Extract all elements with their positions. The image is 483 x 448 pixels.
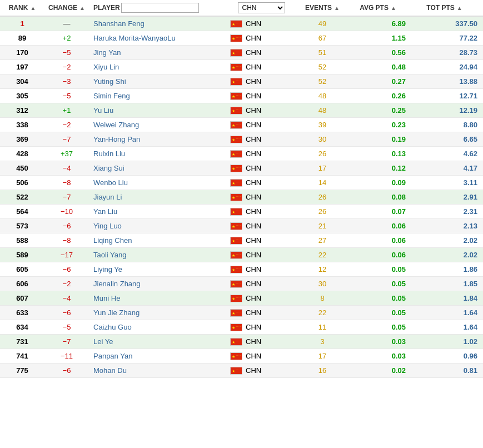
player-link[interactable]: Caizhu Guo: [93, 323, 132, 331]
player-link[interactable]: Yan-Hong Pan: [93, 135, 140, 143]
change-cell: −2: [44, 121, 89, 129]
country-cell: CHN: [228, 236, 295, 245]
events-cell: 30: [295, 135, 350, 143]
player-link[interactable]: Yu Liu: [93, 106, 113, 115]
country-cell: CHN: [228, 63, 295, 71]
country-select[interactable]: CHN: [238, 2, 285, 13]
player-cell: Caizhu Guo: [89, 323, 228, 331]
player-cell: Taoli Yang: [89, 251, 228, 259]
player-link[interactable]: Liying Ye: [93, 265, 122, 273]
player-link[interactable]: Mohan Du: [93, 366, 127, 375]
rank-cell: 450: [0, 164, 44, 172]
header-avgpts[interactable]: AVG PTS ▲: [350, 4, 411, 12]
change-cell: −6: [44, 366, 89, 375]
avgpts-sort-icon[interactable]: ▲: [391, 5, 396, 11]
rank-cell: 305: [0, 92, 44, 100]
avgpts-cell: 0.08: [350, 193, 411, 201]
player-link[interactable]: Ying Luo: [93, 222, 122, 230]
rank-sort-icon[interactable]: ▲: [30, 5, 36, 11]
rank-cell: 589: [0, 251, 44, 259]
totpts-cell: 77.22: [411, 34, 483, 42]
rankings-table: RANK ▲ CHANGE ▲ PLAYER CHN EVENTS ▲: [0, 0, 483, 378]
table-row: 573 −6 Ying Luo CHN 21 0.06 2.13: [0, 219, 483, 233]
rank-cell: 605: [0, 265, 44, 273]
avgpts-cell: 0.25: [350, 106, 411, 115]
table-row: 634 −5 Caizhu Guo CHN 11 0.05 1.64: [0, 320, 483, 335]
player-link[interactable]: Simin Feng: [93, 92, 130, 100]
flag-icon: [230, 280, 242, 288]
player-link[interactable]: Lei Ye: [93, 337, 113, 346]
table-row: 564 −10 Yan Liu CHN 26 0.07 2.31: [0, 205, 483, 219]
player-cell: Ying Luo: [89, 222, 228, 230]
header-events[interactable]: EVENTS ▲: [295, 4, 350, 12]
table-row: 606 −2 Jienalin Zhang CHN 30 0.05 1.85: [0, 277, 483, 291]
table-row: 89 +2 Haruka Morita-WanyaoLu CHN 67 1.15…: [0, 31, 483, 46]
country-cell: CHN: [228, 164, 295, 172]
player-cell: Panpan Yan: [89, 352, 228, 360]
player-link[interactable]: Liqing Chen: [93, 236, 132, 245]
country-cell: CHN: [228, 193, 295, 201]
player-link[interactable]: Wenbo Liu: [93, 178, 128, 187]
flag-icon: [230, 222, 242, 230]
player-link[interactable]: Shanshan Feng: [93, 19, 145, 28]
change-cell: +2: [44, 34, 89, 42]
flag-icon: [230, 121, 242, 129]
country-cell: CHN: [228, 19, 295, 28]
rank-cell: 588: [0, 236, 44, 245]
flag-icon: [230, 323, 242, 331]
change-cell: −4: [44, 164, 89, 172]
player-link[interactable]: Jing Yan: [93, 48, 121, 57]
player-search-input[interactable]: [121, 3, 199, 13]
flag-icon: [230, 193, 242, 201]
player-link[interactable]: Jiayun Li: [93, 193, 122, 201]
rank-cell: 633: [0, 308, 44, 317]
header-country[interactable]: CHN: [228, 2, 295, 13]
events-sort-icon[interactable]: ▲: [334, 5, 340, 11]
change-cell: —: [44, 19, 89, 28]
totpts-cell: 24.94: [411, 63, 483, 71]
country-code: CHN: [246, 222, 261, 230]
player-cell: Weiwei Zhang: [89, 121, 228, 129]
header-totpts[interactable]: TOT PTS ▲: [411, 4, 483, 12]
player-link[interactable]: Weiwei Zhang: [93, 121, 139, 129]
change-cell: +37: [44, 150, 89, 158]
change-cell: −7: [44, 193, 89, 201]
player-link[interactable]: Yan Liu: [93, 207, 117, 216]
avgpts-cell: 0.48: [350, 63, 411, 71]
header-rank[interactable]: RANK ▲: [0, 4, 44, 12]
country-cell: CHN: [228, 77, 295, 86]
country-cell: CHN: [228, 92, 295, 100]
country-code: CHN: [246, 178, 261, 187]
player-link[interactable]: Xiang Sui: [93, 164, 125, 172]
events-cell: 21: [295, 222, 350, 230]
player-link[interactable]: Haruka Morita-WanyaoLu: [93, 34, 176, 42]
player-cell: Simin Feng: [89, 92, 228, 100]
player-link[interactable]: Yuting Shi: [93, 77, 126, 86]
player-link[interactable]: Panpan Yan: [93, 352, 132, 360]
flag-icon: [230, 34, 242, 42]
rank-cell: 564: [0, 207, 44, 216]
rank-cell: 89: [0, 34, 44, 42]
totpts-cell: 337.50: [411, 19, 483, 28]
flag-icon: [230, 266, 242, 273]
flag-icon: [230, 107, 242, 115]
player-link[interactable]: Yun Jie Zhang: [93, 308, 140, 317]
player-link[interactable]: Taoli Yang: [93, 251, 127, 259]
player-link[interactable]: Ruixin Liu: [93, 150, 125, 158]
player-link[interactable]: Muni He: [93, 294, 120, 302]
country-code: CHN: [246, 92, 261, 100]
table-row: 605 −6 Liying Ye CHN 12 0.05 1.86: [0, 262, 483, 277]
player-link[interactable]: Jienalin Zhang: [93, 280, 141, 288]
country-cell: CHN: [228, 352, 295, 360]
player-link[interactable]: Xiyu Lin: [93, 63, 119, 71]
change-cell: −8: [44, 236, 89, 245]
avgpts-cell: 0.05: [350, 323, 411, 331]
change-sort-icon[interactable]: ▲: [79, 5, 85, 11]
country-cell: CHN: [228, 337, 295, 346]
change-cell: −2: [44, 280, 89, 288]
header-change[interactable]: CHANGE ▲: [44, 4, 89, 12]
events-cell: 27: [295, 236, 350, 245]
totpts-cell: 1.85: [411, 280, 483, 288]
totpts-sort-icon[interactable]: ▲: [457, 5, 462, 11]
table-header: RANK ▲ CHANGE ▲ PLAYER CHN EVENTS ▲: [0, 0, 483, 17]
